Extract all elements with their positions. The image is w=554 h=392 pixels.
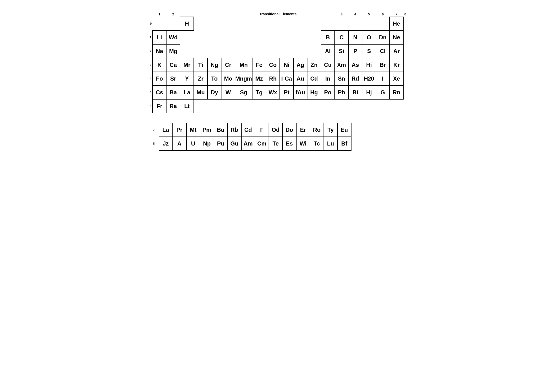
element-B: B <box>321 31 335 44</box>
lanthanide-element-Gu: Gu <box>228 137 241 150</box>
empty-cell <box>376 17 390 31</box>
empty-cell <box>280 31 293 44</box>
element-P: P <box>348 44 362 58</box>
column-header-row: 1 2 Transitional Elements 3 4 5 6 7 0 <box>147 12 407 17</box>
empty-cell <box>307 44 321 58</box>
lanthanide-element-Pu: Pu <box>214 137 228 150</box>
lanthanide-element-Np: Np <box>200 137 214 150</box>
element-Hi: Hi <box>362 58 376 72</box>
lanthanide-element-F: F <box>255 123 269 137</box>
element-I: I <box>376 72 390 85</box>
col-spacer-4 <box>194 12 208 17</box>
lanthanide-element-Es: Es <box>283 137 296 150</box>
empty-cell <box>194 31 208 44</box>
element-Lt: Lt <box>180 99 194 113</box>
empty-cell <box>252 44 266 58</box>
element-Y: Y <box>180 72 194 85</box>
element-Rh: Rh <box>266 72 280 85</box>
lanthanide-element-A: A <box>173 137 187 150</box>
lanthanide-element-Lu: Lu <box>324 137 338 150</box>
element-Mr: Mr <box>180 58 194 72</box>
element-Rd: Rd <box>348 72 362 85</box>
table-row-0: 0HHe <box>147 17 407 31</box>
lanthanide-element-Er: Er <box>296 123 310 137</box>
element-fAu: fAu <box>293 85 307 99</box>
lanthanide-element-Ty: Ty <box>324 123 338 137</box>
empty-cell <box>208 44 221 58</box>
element-Bi: Bi <box>348 85 362 99</box>
empty-cell <box>194 99 208 113</box>
empty-cell <box>348 99 362 113</box>
empty-cell <box>307 17 321 31</box>
element-Co: Co <box>266 58 280 72</box>
element-Ni: Ni <box>280 58 293 72</box>
empty-cell <box>390 99 403 113</box>
empty-cell <box>180 31 194 44</box>
col-header-7: 7 <box>390 12 403 17</box>
lanthanide-element-Am: Am <box>241 137 255 150</box>
element-Ca: Ca <box>166 58 180 72</box>
element-Ba: Ba <box>166 85 180 99</box>
element-N: N <box>348 31 362 44</box>
col-spacer-5 <box>208 12 221 17</box>
empty-cell <box>208 17 221 31</box>
lanthanide-element-La: La <box>159 123 173 137</box>
element-Cs: Cs <box>152 85 166 99</box>
lanthanide-element-Tc: Tc <box>310 137 324 150</box>
empty-cell <box>252 17 266 31</box>
element-Ag: Ag <box>293 58 307 72</box>
element-G: G <box>376 85 390 99</box>
empty-cell <box>221 99 235 113</box>
lanthanide-row-8: JzAUNpPuGuAmCmTeEsWiTcLuBf <box>159 137 351 150</box>
table-row-4: 4FoSrYZrToMoMngmMzRhI-CaAuCdInSnRdH20IXe <box>147 72 407 85</box>
corner-cell <box>147 12 153 17</box>
element-Rn: Rn <box>390 85 403 99</box>
transitional-elements-header: Transitional Elements <box>235 12 321 17</box>
element-Hj: Hj <box>362 85 376 99</box>
empty-cell <box>194 44 208 58</box>
empty-cell <box>293 17 307 31</box>
bottom-row-labels: 7 8 <box>147 123 159 150</box>
empty-cell <box>362 17 376 31</box>
element-Sg: Sg <box>235 85 252 99</box>
element-Xe: Xe <box>390 72 403 85</box>
periodic-table: 1 2 Transitional Elements 3 4 5 6 7 0 0H… <box>147 12 407 113</box>
table-row-2: 2NaMgAlSiPSClAr <box>147 44 407 58</box>
row-label-4: 4 <box>147 72 153 85</box>
element-Zr: Zr <box>194 72 208 85</box>
element-Xm: Xm <box>335 58 348 72</box>
lanthanide-element-Wi: Wi <box>296 137 310 150</box>
empty-cell <box>266 17 280 31</box>
col-header-4: 4 <box>348 12 362 17</box>
element-Mg: Mg <box>166 44 180 58</box>
empty-cell <box>235 17 252 31</box>
lanthanide-element-U: U <box>187 137 200 150</box>
row-label-3: 3 <box>147 58 153 72</box>
col-header-6: 6 <box>376 12 390 17</box>
empty-cell <box>348 17 362 31</box>
table-row-5: 5CsBaLaMuDyWSgTgWxPtfAuHgPoPbBiHjGRn <box>147 85 407 99</box>
row-label-7: 7 <box>147 123 156 137</box>
lanthanide-table: LaPrMtPmBuRbCdFOdDoErRoTyEuJzAUNpPuGuAmC… <box>159 123 352 151</box>
lanthanide-element-Pr: Pr <box>173 123 187 137</box>
empty-cell <box>252 31 266 44</box>
lanthanide-element-Ro: Ro <box>310 123 324 137</box>
empty-cell <box>293 44 307 58</box>
empty-cell <box>194 17 208 31</box>
empty-cell <box>208 99 221 113</box>
empty-cell <box>266 99 280 113</box>
lanthanide-section: 7 8 LaPrMtPmBuRbCdFOdDoErRoTyEuJzAUNpPuG… <box>147 123 407 151</box>
page: 1 2 Transitional Elements 3 4 5 6 7 0 0H… <box>147 7 407 151</box>
empty-cell <box>180 44 194 58</box>
empty-cell <box>235 99 252 113</box>
element-H: H <box>180 17 194 31</box>
element-Ng: Ng <box>208 58 221 72</box>
table-row-3: 3KCaMrTiNgCrMnFeCoNiAgZnCuXmAsHiBrKr <box>147 58 407 72</box>
element-Tg: Tg <box>252 85 266 99</box>
lanthanide-element-Jz: Jz <box>159 137 173 150</box>
lanthanide-element-Cm: Cm <box>255 137 269 150</box>
col-spacer-6 <box>221 12 235 17</box>
col-header-3: 3 <box>335 12 348 17</box>
element-Sn: Sn <box>335 72 348 85</box>
element-Dy: Dy <box>208 85 221 99</box>
